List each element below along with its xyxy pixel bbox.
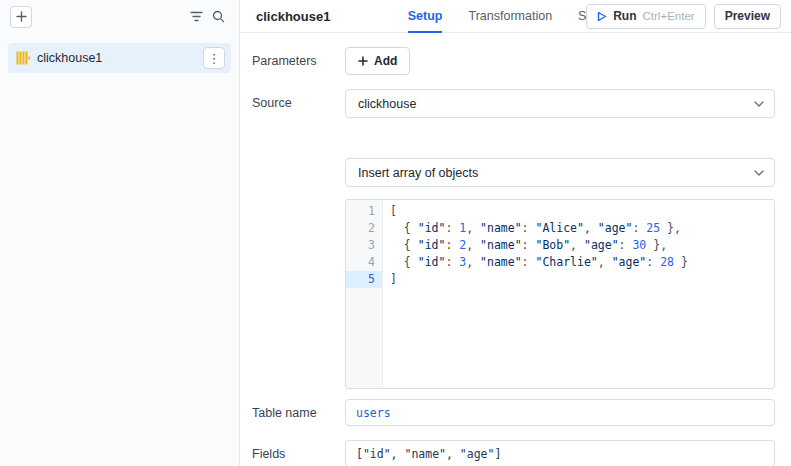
mode-select-value: Insert array of objects	[358, 166, 754, 180]
code-line[interactable]: 4 { "id": 3, "name": "Charlie", "age": 2…	[346, 254, 774, 271]
table-name-row: Table name users	[252, 399, 775, 426]
filter-button[interactable]	[185, 6, 207, 28]
add-parameter-button[interactable]: Add	[345, 47, 410, 75]
line-number: 5	[346, 271, 382, 288]
query-header: clickhouse1 Setup Transformation Setting…	[240, 0, 791, 33]
source-select[interactable]: clickhouse	[345, 89, 775, 118]
fields-input[interactable]: ["id", "name", "age"]	[345, 440, 775, 466]
code-line[interactable]: 1[	[346, 203, 774, 220]
play-icon	[597, 11, 607, 22]
sidebar-item-label: clickhouse1	[37, 51, 203, 65]
parameters-label: Parameters	[252, 47, 345, 75]
line-number: 1	[346, 203, 382, 220]
header-actions: Run Ctrl+Enter Preview	[586, 4, 781, 29]
parameters-row: Parameters Add	[252, 47, 775, 75]
search-icon	[212, 10, 225, 23]
query-menu-button[interactable]: ⋮	[203, 47, 225, 69]
tab-setup[interactable]: Setup	[408, 0, 443, 32]
kebab-icon: ⋮	[208, 51, 221, 66]
fields-value: ["id", "name", "age"]	[356, 447, 501, 461]
code-line[interactable]: 2 { "id": 1, "name": "Alice", "age": 25 …	[346, 220, 774, 237]
sidebar-item-clickhouse1[interactable]: clickhouse1 ⋮	[8, 43, 231, 73]
sidebar-toolbar	[0, 0, 239, 33]
source-row: Source clickhouse Insert array of object…	[252, 89, 775, 389]
setup-form: Parameters Add Source clickhouse	[240, 33, 791, 466]
table-name-input[interactable]: users	[345, 399, 775, 426]
sidebar: clickhouse1 ⋮	[0, 0, 240, 466]
plus-icon	[358, 56, 368, 66]
search-button[interactable]	[207, 6, 229, 28]
source-subpanel	[345, 122, 660, 140]
clickhouse-icon	[16, 51, 30, 65]
filter-icon	[190, 11, 203, 22]
main-panel: clickhouse1 Setup Transformation Setting…	[240, 0, 791, 466]
tab-transformation[interactable]: Transformation	[468, 0, 552, 32]
plus-icon	[16, 11, 27, 22]
add-parameter-label: Add	[374, 54, 397, 68]
fields-label: Fields	[252, 440, 345, 466]
array-code-editor[interactable]: 1[2 { "id": 1, "name": "Alice", "age": 2…	[345, 199, 775, 389]
mode-select[interactable]: Insert array of objects	[345, 158, 775, 187]
code-lines: 1[2 { "id": 1, "name": "Alice", "age": 2…	[346, 200, 774, 288]
run-label: Run	[613, 9, 636, 23]
code-line[interactable]: 5]	[346, 271, 774, 288]
line-number: 3	[346, 237, 382, 254]
source-label: Source	[252, 89, 345, 389]
chevron-down-icon	[754, 101, 764, 107]
new-query-button[interactable]	[10, 6, 32, 28]
source-select-value: clickhouse	[358, 97, 754, 111]
run-button[interactable]: Run Ctrl+Enter	[586, 4, 705, 29]
table-name-value: users	[356, 406, 391, 420]
chevron-down-icon	[754, 170, 764, 176]
table-name-label: Table name	[252, 399, 345, 426]
line-number: 2	[346, 220, 382, 237]
line-number: 4	[346, 254, 382, 271]
preview-button[interactable]: Preview	[714, 4, 781, 29]
preview-label: Preview	[725, 9, 770, 23]
fields-row: Fields ["id", "name", "age"]	[252, 440, 775, 466]
query-title: clickhouse1	[256, 9, 330, 24]
run-shortcut: Ctrl+Enter	[643, 10, 695, 22]
app: clickhouse1 ⋮ clickhouse1 Setup Transfor…	[0, 0, 791, 466]
code-line[interactable]: 3 { "id": 2, "name": "Bob", "age": 30 },	[346, 237, 774, 254]
